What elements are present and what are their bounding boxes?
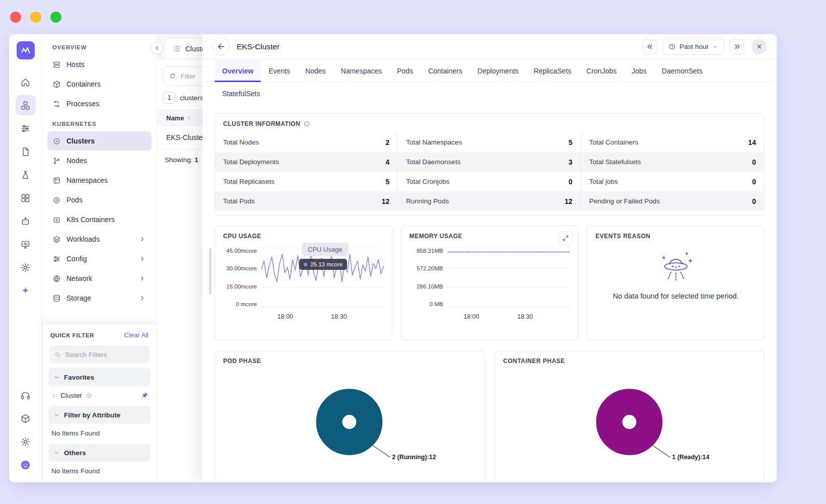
detail-actions: Past hour xyxy=(642,39,767,55)
cpu-plot[interactable]: CPU Usage 25.13 mcore xyxy=(261,248,384,307)
sidebar-item-containers[interactable]: Containers xyxy=(47,75,152,94)
stat-label: Total Deployments xyxy=(223,158,279,166)
no-data-text: No data found for selected time period. xyxy=(613,292,739,300)
stat-value: 0 xyxy=(752,158,756,166)
stat-label: Total Nodes xyxy=(223,138,259,146)
stat-total-nodes: Total Nodes2 xyxy=(215,132,398,152)
tab-nodes[interactable]: Nodes xyxy=(298,59,333,82)
stat-running-pods: Running Pods12 xyxy=(398,191,581,211)
filter-group-filter-by-attribute[interactable]: Filter by Attribute xyxy=(48,406,151,424)
sidebar-item-label: Nodes xyxy=(66,157,87,165)
filter-search-box[interactable] xyxy=(49,345,150,364)
chevron-right-icon xyxy=(138,275,147,282)
expand-chart-button[interactable] xyxy=(559,231,573,245)
pod-phase-donut[interactable]: 2 (Running):12 xyxy=(215,376,484,481)
sliders-icon xyxy=(52,255,61,263)
stat-value: 5 xyxy=(569,138,573,147)
sidebar-item-clusters[interactable]: Clusters xyxy=(47,131,152,151)
sidebar-item-config[interactable]: Config xyxy=(47,249,152,268)
rail-nav-bottom xyxy=(16,384,36,476)
icon-rail xyxy=(9,34,42,482)
tab-namespaces[interactable]: Namespaces xyxy=(333,59,390,82)
time-shift-back-button[interactable] xyxy=(642,39,657,54)
info-icon xyxy=(86,392,92,399)
sidebar-item-hosts[interactable]: Hosts xyxy=(47,55,152,74)
search-filters-input[interactable] xyxy=(65,351,145,358)
series-dot-icon xyxy=(304,263,307,266)
filter-group-others[interactable]: Others xyxy=(48,444,151,462)
detail-tabs-row1: OverviewEventsNodesNamespacesPodsContain… xyxy=(202,59,777,82)
x-tick: 18:00 xyxy=(278,313,293,320)
tab-events[interactable]: Events xyxy=(261,59,298,82)
tab-cronjobs[interactable]: CronJobs xyxy=(579,59,624,82)
back-button[interactable] xyxy=(213,38,230,55)
rum-nav[interactable] xyxy=(16,234,36,254)
assistant-nav[interactable] xyxy=(16,211,36,231)
sidebar-item-network[interactable]: Network xyxy=(47,269,152,288)
sidebar-item-pods[interactable]: Pods xyxy=(47,190,152,209)
tab-jobs[interactable]: Jobs xyxy=(624,59,654,82)
tab-daemonsets[interactable]: DaemonSets xyxy=(654,59,710,82)
tab-overview[interactable]: Overview xyxy=(215,59,261,82)
container-phase-donut[interactable]: 1 (Ready):14 xyxy=(495,376,764,481)
home-icon xyxy=(20,77,31,88)
sidebar-item-storage[interactable]: Storage xyxy=(47,289,152,308)
cluster-row-name: EKS-Cluster xyxy=(166,133,205,141)
container-phase-label: 1 (Ready):14 xyxy=(672,454,709,461)
logs-nav[interactable] xyxy=(16,141,36,162)
stat-row: Total Pods12Running Pods12Pending or Fai… xyxy=(215,191,764,211)
metrics-nav[interactable] xyxy=(16,118,36,138)
sliders-icon xyxy=(20,123,31,134)
filter-item-cluster[interactable]: Cluster xyxy=(42,386,157,402)
refresh-icon xyxy=(169,72,176,80)
globe-icon xyxy=(52,274,61,283)
user-avatar[interactable] xyxy=(16,455,36,475)
memory-plot[interactable] xyxy=(448,248,570,307)
minimize-window-button[interactable] xyxy=(30,12,41,23)
synthetics-nav[interactable] xyxy=(16,165,36,185)
dashboards-nav[interactable] xyxy=(16,188,36,208)
home-nav[interactable] xyxy=(16,72,36,92)
time-shift-forward-button[interactable] xyxy=(729,39,744,54)
ai-spark-nav[interactable] xyxy=(16,280,36,301)
sidebar-item-processes[interactable]: Processes xyxy=(47,94,152,113)
stat-value: 0 xyxy=(752,178,756,186)
stat-value: 5 xyxy=(386,178,390,186)
sidebar-item-workloads[interactable]: Workloads xyxy=(47,230,152,249)
clear-all-link[interactable]: Clear All xyxy=(124,331,149,339)
time-range-selector[interactable]: Past hour xyxy=(662,39,724,55)
tab-pods[interactable]: Pods xyxy=(389,59,421,82)
settings-nav[interactable] xyxy=(16,257,36,277)
integrations-nav[interactable] xyxy=(16,408,36,428)
sidebar: OVERVIEWHostsContainersProcessesKUBERNET… xyxy=(42,34,157,482)
pod-phase-label: 2 (Running):12 xyxy=(392,454,436,461)
pin-icon[interactable] xyxy=(141,392,149,399)
stat-value: 12 xyxy=(382,197,390,205)
kubernetes-nav[interactable] xyxy=(16,95,36,115)
list-icon xyxy=(173,45,181,53)
detail-scrollbar[interactable] xyxy=(209,248,212,295)
close-detail-button[interactable] xyxy=(751,39,767,54)
sidebar-item-k8s-containers[interactable]: K8s Containers xyxy=(47,210,152,229)
sidebar-collapse-button[interactable] xyxy=(150,41,163,54)
filter-group-favorites[interactable]: Favorites xyxy=(48,368,151,386)
cpu-y-axis: 45.00mcore30.00mcore15.00mcore0 mcore xyxy=(220,248,261,307)
memory-y-axis: 858.31MB572.20MB286.10MB0 MB xyxy=(406,248,448,307)
app-logo[interactable] xyxy=(17,41,35,59)
empty-state-text: No Items Found xyxy=(42,462,157,477)
support-nav[interactable] xyxy=(16,385,36,405)
tab-statefulsets[interactable]: StatefulSets xyxy=(215,82,268,104)
tab-containers[interactable]: Containers xyxy=(421,59,470,82)
close-icon xyxy=(756,43,763,50)
preferences-nav[interactable] xyxy=(16,431,36,452)
sidebar-item-nodes[interactable]: Nodes xyxy=(47,151,152,170)
tab-deployments[interactable]: Deployments xyxy=(470,59,526,82)
close-window-button[interactable] xyxy=(10,12,21,23)
tab-replicasets[interactable]: ReplicaSets xyxy=(526,59,579,82)
zoom-window-button[interactable] xyxy=(50,12,61,23)
quick-filter-groups: FavoritesClusterFilter by AttributeNo It… xyxy=(42,368,157,477)
info-icon xyxy=(303,120,310,127)
sidebar-item-namespaces[interactable]: Namespaces xyxy=(47,171,152,190)
filter-group-label: Filter by Attribute xyxy=(64,411,120,419)
avatar-icon xyxy=(20,460,31,470)
